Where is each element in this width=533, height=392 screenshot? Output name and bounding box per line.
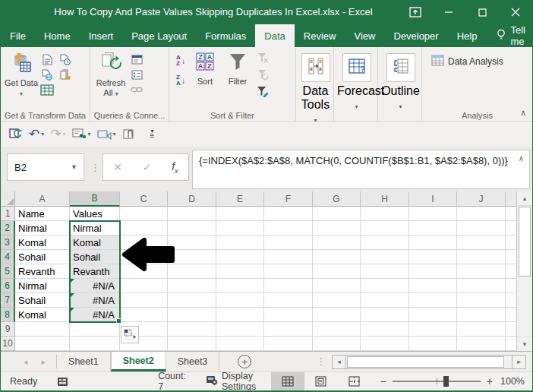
cell-g7[interactable] [313,293,361,308]
share-people-button[interactable]: ▾ [70,126,93,142]
refresh-save-icon[interactable] [7,126,25,143]
cell-e8[interactable] [216,308,264,322]
cancel-icon[interactable]: ✕ [113,161,122,173]
cell-j3[interactable] [457,236,506,250]
column-header-b[interactable]: B [70,191,120,207]
cell-a8[interactable]: Komal [15,308,70,322]
cell-b4[interactable]: Sohail [70,250,120,264]
cell-j4[interactable] [457,250,506,264]
page-break-preview-button[interactable] [338,372,371,390]
column-header-i[interactable]: I [409,191,457,207]
cell-h4[interactable] [361,250,409,264]
scroll-up-icon[interactable]: ▴ [517,191,532,206]
ribbon-tab-help[interactable]: Help [448,24,487,47]
cell-h5[interactable] [361,264,409,279]
sheet-tab-sheet3[interactable]: Sheet3 [166,352,220,371]
column-header-h[interactable]: H [361,191,409,207]
zoom-in-button[interactable]: + [487,375,493,387]
scroll-right-icon[interactable]: ▸ [512,355,526,369]
cell-a9[interactable] [15,322,70,337]
cell-a3[interactable]: Komal [15,236,70,250]
cell-d6[interactable] [168,279,216,293]
column-header-j[interactable]: J [457,191,506,207]
cell-c2[interactable] [120,221,168,236]
macro-record-icon[interactable] [57,377,68,387]
formula-bar-splitter[interactable]: ⋮ [90,153,100,181]
close-button[interactable] [499,0,532,24]
sheet-tab-sheet2[interactable]: Sheet2 [111,352,166,371]
from-web-icon[interactable] [40,68,54,81]
ribbon-tab-formulas[interactable]: Formulas [196,24,255,47]
zoom-slider-thumb[interactable] [443,376,449,387]
name-box[interactable]: B2 ▼ [7,153,84,181]
cell-h2[interactable] [361,221,409,236]
column-header-e[interactable]: E [216,191,264,207]
cell-g2[interactable] [313,221,361,236]
cell-i6[interactable] [409,279,457,293]
scroll-left-icon[interactable]: ◂ [332,355,346,369]
cell-e2[interactable] [216,221,264,236]
cell-j7[interactable] [457,293,506,308]
select-all-corner[interactable] [1,191,15,207]
vertical-scrollbar[interactable]: ▴ ▾ [516,191,532,351]
cell-f6[interactable] [264,279,313,293]
cell-e9[interactable] [216,322,264,337]
ribbon-tab-data[interactable]: Data [255,24,294,47]
cell-c8[interactable] [120,308,168,322]
row-header-7[interactable]: 7 [1,293,15,308]
attachment-button[interactable] [120,126,137,143]
column-header-f[interactable]: F [264,191,313,207]
cell-b1[interactable]: Values [70,207,120,221]
cell-i3[interactable] [409,236,457,250]
normal-view-button[interactable] [271,372,304,390]
recent-sources-icon[interactable] [58,53,72,65]
ribbon-tab-developer[interactable]: Developer [384,24,447,47]
cell-i8[interactable] [409,308,457,322]
ribbon-tab-page-layout[interactable]: Page Layout [122,24,196,47]
insert-function-button[interactable]: fx [172,160,178,175]
row-header-2[interactable]: 2 [1,221,15,236]
cell-g4[interactable] [313,250,361,264]
scroll-down-icon[interactable]: ▾ [517,337,532,351]
cell-g3[interactable] [313,236,361,250]
tell-me[interactable]: Tell me [489,24,533,47]
cell-a1[interactable]: Name [15,207,70,221]
cell-d1[interactable] [168,207,216,221]
ribbon-tab-view[interactable]: View [345,24,384,47]
display-settings-button[interactable]: Display Settings [206,371,271,392]
cell-f3[interactable] [264,236,313,250]
cell-e10[interactable] [216,337,264,351]
collapse-formula-bar-icon[interactable]: ∧ [519,154,524,163]
zoom-slider[interactable] [393,381,481,382]
row-header-4[interactable]: 4 [1,250,15,264]
cell-d2[interactable] [168,221,216,236]
cell-j1[interactable] [457,207,506,221]
cell-a6[interactable]: Nirmal [15,279,70,293]
cell-i2[interactable] [409,221,457,236]
maximize-button[interactable] [465,0,499,24]
column-header-g[interactable]: G [313,191,361,207]
next-sheet-icon[interactable]: ▸ [42,357,46,367]
customize-qat-icon[interactable]: ▾≡ [148,128,157,141]
cell-e1[interactable] [216,207,264,221]
column-header-d[interactable]: D [168,191,216,207]
cell-e5[interactable] [216,264,264,279]
row-header-1[interactable]: 1 [1,207,15,221]
advanced-filter-icon[interactable] [256,85,270,97]
outline-button[interactable] [386,53,415,82]
existing-connections-icon[interactable] [58,68,72,81]
ribbon-tab-home[interactable]: Home [35,24,80,47]
cell-j5[interactable] [457,264,506,279]
cell-b6[interactable]: #N/A [70,279,120,293]
cell-f1[interactable] [264,207,313,221]
column-header-a[interactable]: A [15,191,70,207]
cell-i7[interactable] [409,293,457,308]
cell-f9[interactable] [264,322,313,337]
from-table-range-icon[interactable] [40,84,54,96]
paste-options-button[interactable] [121,326,139,343]
column-header-c[interactable]: C [120,191,168,207]
undo-button[interactable]: ↶▾ [27,125,46,143]
horizontal-scrollbar[interactable]: ◂ ▸ [332,352,526,371]
cell-f2[interactable] [264,221,313,236]
cell-i10[interactable] [409,337,457,351]
